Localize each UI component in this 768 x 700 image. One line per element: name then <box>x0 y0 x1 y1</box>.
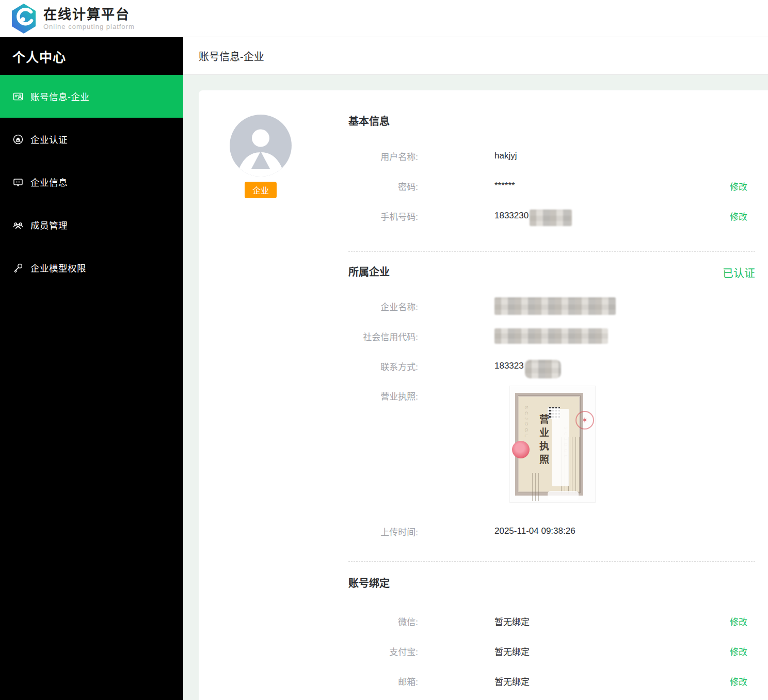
info-column: 基本信息 用户名称: hakjyj 密码: ****** 修改 手机号码: 18… <box>348 90 768 696</box>
divider <box>348 561 755 562</box>
section-title-basic: 基本信息 <box>348 114 755 129</box>
account-type-badge: 企业 <box>245 182 277 198</box>
row-alipay: 支付宝: 暂无绑定 修改 <box>348 636 755 666</box>
members-icon <box>12 219 24 231</box>
sidebar-item-label: 企业信息 <box>30 176 68 188</box>
modify-wechat-link[interactable]: 修改 <box>730 615 747 628</box>
page-title: 账号信息-企业 <box>199 49 264 63</box>
row-phone: 手机号码: 1833230 修改 <box>348 201 755 231</box>
field-label: 手机号码: <box>348 210 418 222</box>
license-art: SCJDGL SCJDGL 营业执照 ✶ <box>515 393 583 496</box>
field-value <box>494 297 616 315</box>
account-card: 企业 基本信息 用户名称: hakjyj 密码: ****** 修改 <box>199 90 768 700</box>
field-value: 暂无绑定 <box>494 675 530 688</box>
license-redaction <box>548 491 579 500</box>
content-area: 企业 基本信息 用户名称: hakjyj 密码: ****** 修改 <box>183 75 768 700</box>
license-watermark: SCJDGL <box>524 406 529 440</box>
field-label: 社会信用代码: <box>348 330 418 343</box>
app-logo-icon <box>9 3 38 34</box>
field-value: 183323 <box>494 357 561 375</box>
masked-value <box>494 328 608 344</box>
field-label: 微信: <box>348 615 418 628</box>
row-upload-time: 上传时间: 2025-11-04 09:38:26 <box>348 516 755 546</box>
row-email: 邮箱: 暂无绑定 修改 <box>348 666 755 696</box>
sidebar-item-model-perms[interactable]: 企业模型权限 <box>0 246 183 289</box>
license-emblem-seal <box>512 441 530 458</box>
page-header: 账号信息-企业 <box>183 37 768 75</box>
row-company-name: 企业名称: <box>348 291 755 321</box>
field-value: 2025-11-04 09:38:26 <box>494 526 575 536</box>
row-password: 密码: ****** 修改 <box>348 171 755 201</box>
avatar-block: 企业 <box>230 115 292 198</box>
section-title-binding: 账号绑定 <box>348 576 755 591</box>
sidebar-item-label: 企业模型权限 <box>30 261 86 274</box>
field-label: 用户名称: <box>348 150 418 163</box>
field-label: 密码: <box>348 180 418 193</box>
sidebar-item-label: 成员管理 <box>30 218 68 231</box>
row-username: 用户名称: hakjyj <box>348 141 755 171</box>
row-credit-code: 社会信用代码: <box>348 321 755 351</box>
avatar <box>230 115 292 177</box>
sidebar-item-company-info[interactable]: 企业信息 <box>0 161 183 203</box>
modify-email-link[interactable]: 修改 <box>730 675 747 688</box>
field-value <box>494 328 608 344</box>
main-area: 账号信息-企业 企业 基本信息 <box>183 37 768 700</box>
id-card-icon <box>12 91 24 102</box>
key-icon <box>12 262 24 274</box>
verified-status[interactable]: 已认证 <box>723 264 755 280</box>
field-label: 营业执照: <box>348 381 418 505</box>
section-title-company: 所属企业 <box>348 265 390 279</box>
license-title: 营业执照 <box>536 414 550 468</box>
sidebar-title: 个人中心 <box>0 37 183 75</box>
field-label: 邮箱: <box>348 675 418 688</box>
field-value: hakjyj <box>494 151 517 161</box>
field-label: 企业名称: <box>348 300 418 313</box>
person-icon <box>230 115 292 177</box>
row-license: 营业执照: SCJDGL SCJDGL 营业执照 <box>348 381 755 505</box>
field-label: 支付宝: <box>348 645 418 658</box>
field-label: 上传时间: <box>348 525 418 538</box>
sidebar-item-company-cert[interactable]: 企业认证 <box>0 118 183 161</box>
masked-value <box>494 297 616 315</box>
sidebar: 个人中心 账号信息-企业 企业认证 <box>0 37 183 700</box>
license-stamp: ✶ <box>575 411 594 429</box>
field-value: 暂无绑定 <box>494 645 530 658</box>
modify-password-link[interactable]: 修改 <box>730 180 747 193</box>
field-label: 联系方式: <box>348 360 418 373</box>
divider <box>348 251 755 252</box>
row-wechat: 微信: 暂无绑定 修改 <box>348 606 755 636</box>
field-value: ****** <box>494 181 515 191</box>
sidebar-item-label: 企业认证 <box>30 133 68 146</box>
brand-title: 在线计算平台 <box>43 7 135 22</box>
brand-subtitle: Online computing platform <box>43 23 135 30</box>
license-text-lines <box>532 473 539 501</box>
field-value: 1833230 <box>494 208 572 224</box>
modify-alipay-link[interactable]: 修改 <box>730 645 747 658</box>
sidebar-item-members[interactable]: 成员管理 <box>0 203 183 246</box>
sidebar-item-account-info[interactable]: 账号信息-企业 <box>0 75 183 118</box>
field-value: 暂无绑定 <box>494 615 530 628</box>
license-redaction <box>552 409 569 486</box>
building-circle-icon <box>12 134 24 145</box>
row-contact: 联系方式: 183323 <box>348 351 755 381</box>
top-header: 在线计算平台 Online computing platform <box>0 0 768 37</box>
brand-block: 在线计算平台 Online computing platform <box>43 7 135 30</box>
masked-value <box>530 210 572 226</box>
sidebar-item-label: 账号信息-企业 <box>30 90 89 103</box>
masked-value <box>525 360 561 378</box>
modify-phone-link[interactable]: 修改 <box>730 210 747 222</box>
business-license-image[interactable]: SCJDGL SCJDGL 营业执照 ✶ <box>510 386 595 502</box>
message-bubble-icon <box>12 177 24 188</box>
